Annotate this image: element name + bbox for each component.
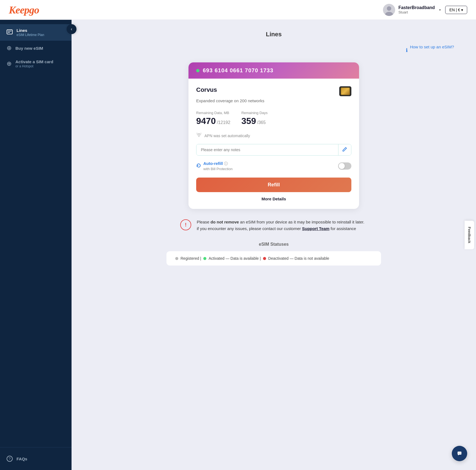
- lang-chevron-icon: ▾: [461, 8, 463, 12]
- activated-label: Activated — Data is available |: [209, 256, 261, 261]
- esim-chip-icon: [339, 86, 351, 96]
- language-button[interactable]: EN | € ▾: [445, 6, 467, 14]
- warning-section: ! Please do not remove an eSIM from your…: [180, 219, 367, 232]
- how-to-setup-link[interactable]: How to set up an eSIM?: [410, 45, 454, 49]
- lines-sublabel: eSIM Lifetime Plan: [17, 33, 44, 37]
- svg-rect-3: [7, 30, 12, 34]
- logo: Keepgo: [9, 4, 39, 16]
- svg-point-1: [387, 6, 391, 11]
- svg-rect-4: [8, 31, 12, 31]
- activate-sim-text: Activate a SIM card or a Hotspot: [15, 59, 53, 68]
- header-right: FasterBroadband Stuart ▾ EN | € ▾: [383, 4, 467, 16]
- how-to-link-row: ℹ How to set up an eSIM?: [94, 45, 454, 56]
- avatar: [383, 4, 395, 16]
- remaining-data-label: Remaining Data, MB: [196, 111, 230, 115]
- notes-row: [196, 144, 351, 156]
- card-number: 693 6104 0661 7070 1733: [203, 67, 273, 74]
- activate-sim-label: Activate a SIM card: [15, 59, 53, 64]
- warning-line2: if you encounter any issues, please cont…: [197, 226, 356, 231]
- layout: ‹ Lines eSIM Lifetime Plan ⊕ Buy new eSI…: [0, 20, 476, 470]
- header: Keepgo FasterBroadband Stuart ▾ EN | € ▾: [0, 0, 476, 20]
- days-number: 359: [241, 116, 256, 126]
- lines-label: Lines: [17, 28, 44, 33]
- info-icon: ℹ: [406, 47, 408, 53]
- faqs-icon: ?: [7, 456, 13, 462]
- sidebar: ‹ Lines eSIM Lifetime Plan ⊕ Buy new eSI…: [0, 20, 72, 470]
- stats-row: Remaining Data, MB 9470 /12192 Remaining…: [196, 111, 351, 126]
- sidebar-item-faqs[interactable]: ? FAQs: [0, 452, 72, 466]
- sidebar-bottom: ? FAQs: [0, 447, 72, 470]
- feedback-label: Feedback: [467, 227, 472, 243]
- user-subtitle: Stuart: [398, 10, 435, 14]
- lines-icon: [7, 29, 13, 36]
- refill-button[interactable]: Refill: [196, 178, 351, 192]
- user-name: FasterBroadband: [398, 5, 435, 10]
- activated-dot: [203, 257, 206, 260]
- plan-description: Expanded coverage on 200 networks: [196, 98, 351, 103]
- deactivated-dot: [263, 257, 266, 260]
- warning-line1: Please do not remove an eSIM from your d…: [197, 220, 364, 224]
- registered-dot: [175, 257, 178, 260]
- plan-header: Corvus: [196, 86, 351, 96]
- autorefill-help-icon[interactable]: ⓘ: [224, 161, 228, 166]
- wifi-icon: [196, 133, 202, 139]
- notes-input[interactable]: [196, 144, 338, 155]
- page-title: Lines: [94, 31, 454, 38]
- active-status-dot: [196, 69, 199, 72]
- apn-text: APN was set automatically: [204, 134, 250, 138]
- remaining-days-value: 359 /365: [241, 116, 267, 126]
- sidebar-item-activate-sim[interactable]: ⊕ Activate a SIM card or a Hotspot: [0, 56, 72, 72]
- warning-bold: do not remove: [210, 220, 239, 224]
- sidebar-toggle-button[interactable]: ‹: [67, 24, 76, 34]
- data-total: /12192: [217, 120, 230, 125]
- activate-sim-icon: ⊕: [7, 60, 12, 67]
- deactivated-label: Deactivated — Data is not available: [268, 256, 329, 261]
- user-info: FasterBroadband Stuart ▾: [383, 4, 441, 16]
- registered-label: Registered |: [180, 256, 201, 261]
- warning-icon: !: [180, 219, 191, 230]
- notes-edit-button[interactable]: [338, 144, 351, 155]
- sidebar-item-lines-text: Lines eSIM Lifetime Plan: [17, 28, 44, 37]
- autorefill-row: Auto-refill ⓘ with Bill Protection: [196, 161, 351, 171]
- plan-name: Corvus: [196, 86, 217, 93]
- esim-statuses-title: eSIM Statuses: [94, 242, 454, 247]
- svg-point-8: [459, 453, 460, 454]
- autorefill-label: Auto-refill: [203, 161, 223, 166]
- user-chevron-icon[interactable]: ▾: [439, 8, 441, 12]
- toggle-knob: [339, 163, 345, 169]
- language-label: EN | €: [449, 8, 460, 12]
- feedback-tab[interactable]: Feedback: [465, 221, 474, 249]
- remaining-days-label: Remaining Days: [241, 111, 267, 115]
- autorefill-icon: [196, 163, 201, 169]
- card-header: 693 6104 0661 7070 1733: [188, 62, 359, 79]
- svg-rect-5: [8, 32, 10, 33]
- card-body: Corvus Expanded coverage on 200 networks…: [188, 79, 359, 209]
- sidebar-item-buy-esim[interactable]: ⊕ Buy new eSIM: [0, 41, 72, 56]
- faqs-label: FAQs: [17, 457, 27, 461]
- support-team-link[interactable]: Support Team: [302, 226, 330, 231]
- esim-card: 693 6104 0661 7070 1733 Corvus Expanded …: [188, 62, 359, 209]
- more-details-link[interactable]: More Details: [196, 197, 351, 201]
- remaining-data-stat: Remaining Data, MB 9470 /12192: [196, 111, 230, 126]
- user-text: FasterBroadband Stuart: [398, 5, 435, 14]
- buy-esim-label: Buy new eSIM: [15, 46, 43, 51]
- svg-point-7: [458, 453, 459, 454]
- autorefill-toggle[interactable]: [338, 162, 351, 170]
- svg-point-9: [460, 453, 461, 454]
- remaining-data-value: 9470 /12192: [196, 116, 230, 126]
- apn-row: APN was set automatically: [196, 133, 351, 139]
- buy-esim-icon: ⊕: [7, 45, 12, 52]
- sidebar-item-lines[interactable]: Lines eSIM Lifetime Plan: [0, 24, 72, 41]
- warning-text: Please do not remove an eSIM from your d…: [197, 219, 364, 232]
- activate-sim-sublabel: or a Hotspot: [15, 64, 53, 68]
- autorefill-text: Auto-refill ⓘ with Bill Protection: [203, 161, 232, 171]
- data-number: 9470: [196, 116, 216, 126]
- days-total: /365: [257, 120, 266, 125]
- main-content: Lines ℹ How to set up an eSIM? 693 6104 …: [72, 20, 476, 470]
- chat-button[interactable]: [452, 446, 467, 461]
- remaining-days-stat: Remaining Days 359 /365: [241, 111, 267, 126]
- autorefill-left: Auto-refill ⓘ with Bill Protection: [196, 161, 232, 171]
- autorefill-sub: with Bill Protection: [203, 167, 232, 171]
- status-bar: Registered | Activated — Data is availab…: [166, 251, 381, 266]
